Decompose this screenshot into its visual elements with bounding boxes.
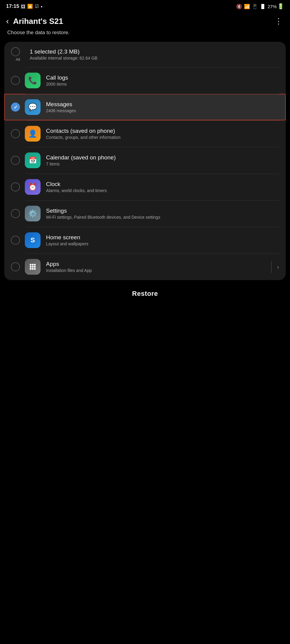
messages-icon-symbol: 💬 xyxy=(28,103,37,111)
svg-point-5 xyxy=(34,266,36,268)
messages-text: Messages 2406 messages xyxy=(46,101,279,113)
mute-icon: 🔇 xyxy=(236,4,242,9)
contacts-icon: 👤 xyxy=(25,126,41,142)
list-item-settings[interactable]: ⚙️ Settings Wi-Fi settings, Paired Bluet… xyxy=(4,200,286,227)
svg-point-3 xyxy=(30,266,31,268)
contacts-title: Contacts (saved on phone) xyxy=(46,128,279,134)
apps-subtitle: Installation files and App xyxy=(46,268,268,273)
settings-text: Settings Wi-Fi settings, Paired Bluetoot… xyxy=(46,208,279,220)
calendar-title: Calendar (saved on phone) xyxy=(46,154,279,161)
all-label: All xyxy=(16,57,20,62)
svg-point-1 xyxy=(32,264,34,266)
apps-icon xyxy=(25,259,41,275)
call-logs-icon: 📞 xyxy=(25,73,41,88)
homescreen-icon: S xyxy=(25,232,41,248)
messages-subtitle: 2406 messages xyxy=(46,108,279,113)
list-item-calendar[interactable]: 📅 Calendar (saved on phone) 7 items xyxy=(4,147,286,174)
svg-point-2 xyxy=(34,264,36,266)
dot-icon: ● xyxy=(41,5,42,8)
apps-chevron-icon[interactable]: › xyxy=(277,263,279,270)
status-left: 17:15 🖼 🔼 ☑ ● xyxy=(6,3,43,9)
radio-clock[interactable] xyxy=(11,182,20,191)
call-logs-title: Call logs xyxy=(46,74,279,81)
restore-button[interactable]: Restore xyxy=(0,280,290,306)
contacts-text: Contacts (saved on phone) Contacts, grou… xyxy=(46,128,279,140)
settings-subtitle: Wi-Fi settings, Paired Bluetooth devices… xyxy=(46,215,279,220)
svg-point-6 xyxy=(30,268,31,270)
status-right: 🔇 📶 📱 ▐▌ 27% 🔋 xyxy=(236,3,284,10)
radio-calendar[interactable] xyxy=(11,156,20,165)
all-summary: 1 selected (2.3 MB) xyxy=(30,48,279,55)
list-item-messages[interactable]: 💬 Messages 2406 messages xyxy=(4,94,286,120)
calendar-icon: 📅 xyxy=(25,152,41,168)
apps-grid-icon xyxy=(28,263,37,271)
wifi-icon: 📶 xyxy=(244,4,250,9)
restore-options-card: All 1 selected (2.3 MB) Available intern… xyxy=(4,42,286,280)
radio-messages[interactable] xyxy=(11,103,20,112)
radio-settings[interactable] xyxy=(11,209,20,218)
status-bar: 17:15 🖼 🔼 ☑ ● 🔇 📶 📱 ▐▌ 27% 🔋 xyxy=(0,0,290,12)
radio-contacts[interactable] xyxy=(11,129,20,138)
clock-icon: ⏰ xyxy=(25,179,41,195)
call-logs-subtitle: 2000 items xyxy=(46,82,279,87)
contacts-icon-symbol: 👤 xyxy=(28,129,37,138)
list-item-homescreen[interactable]: S Home screen Layout and wallpapers xyxy=(4,227,286,253)
signal-icon: ▐▌ xyxy=(260,4,266,9)
calendar-text: Calendar (saved on phone) 7 items xyxy=(46,154,279,166)
homescreen-text: Home screen Layout and wallpapers xyxy=(46,234,279,246)
svg-point-8 xyxy=(34,268,36,270)
radio-homescreen[interactable] xyxy=(11,236,20,245)
settings-icon-symbol: ⚙️ xyxy=(28,209,37,218)
clock-subtitle: Alarms, world clocks, and timers xyxy=(46,188,279,193)
clock-title: Clock xyxy=(46,181,279,188)
svg-point-7 xyxy=(32,268,34,270)
svg-point-0 xyxy=(30,264,31,266)
clock-text: Clock Alarms, world clocks, and timers xyxy=(46,181,279,193)
more-options-button[interactable]: ⋮ xyxy=(275,17,283,26)
battery-icon: 🔋 xyxy=(277,3,284,10)
call-logs-text: Call logs 2000 items xyxy=(46,74,279,87)
homescreen-subtitle: Layout and wallpapers xyxy=(46,241,279,246)
call-signal-icon: 📱 xyxy=(252,4,258,9)
all-storage: Available internal storage: 62.64 GB xyxy=(30,56,279,60)
settings-title: Settings xyxy=(46,208,279,214)
messages-icon: 💬 xyxy=(25,99,41,115)
list-item-clock[interactable]: ⏰ Clock Alarms, world clocks, and timers xyxy=(4,174,286,200)
radio-apps[interactable] xyxy=(11,262,20,271)
radio-call-logs[interactable] xyxy=(11,76,20,85)
homescreen-icon-symbol: S xyxy=(31,236,35,244)
clock-icon-symbol: ⏰ xyxy=(28,183,37,191)
apps-title: Apps xyxy=(46,261,268,267)
all-row[interactable]: All 1 selected (2.3 MB) Available intern… xyxy=(4,42,286,67)
list-item-apps[interactable]: Apps Installation files and App › xyxy=(4,253,286,280)
all-radio-wrap: All xyxy=(11,47,25,62)
check-icon: ☑ xyxy=(35,4,39,9)
apps-divider xyxy=(271,261,272,273)
apps-text: Apps Installation files and App xyxy=(46,261,268,273)
contacts-subtitle: Contacts, groups, and other information xyxy=(46,135,279,140)
list-item-call-logs[interactable]: 📞 Call logs 2000 items xyxy=(4,67,286,94)
homescreen-title: Home screen xyxy=(46,234,279,241)
list-item-contacts[interactable]: 👤 Contacts (saved on phone) Contacts, gr… xyxy=(4,120,286,147)
all-radio[interactable] xyxy=(11,47,20,56)
cloud-icon: 🔼 xyxy=(27,4,33,9)
settings-icon: ⚙️ xyxy=(25,206,41,221)
calendar-subtitle: 7 items xyxy=(46,162,279,166)
page-title: Arihant's S21 xyxy=(13,17,275,26)
battery-indicator: 27% 🔋 xyxy=(268,3,284,10)
messages-title: Messages xyxy=(46,101,279,108)
photo-icon: 🖼 xyxy=(21,4,25,9)
calendar-icon-symbol: 📅 xyxy=(29,156,37,164)
svg-point-4 xyxy=(32,266,34,268)
header: ‹ Arihant's S21 ⋮ xyxy=(0,12,290,28)
back-button[interactable]: ‹ xyxy=(6,16,9,26)
status-time: 17:15 xyxy=(6,3,19,9)
call-logs-icon-symbol: 📞 xyxy=(28,76,37,85)
battery-percent: 27% xyxy=(268,4,277,9)
page-subtitle: Choose the data to restore. xyxy=(0,28,290,42)
all-text: 1 selected (2.3 MB) Available internal s… xyxy=(30,48,279,60)
